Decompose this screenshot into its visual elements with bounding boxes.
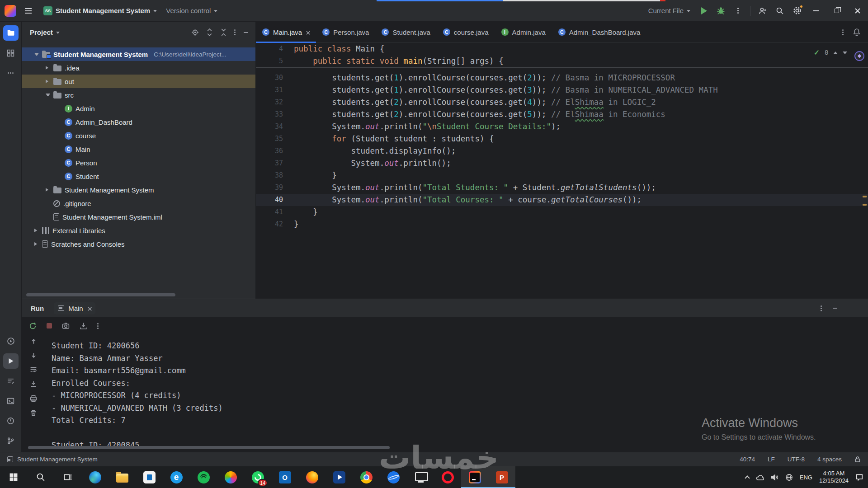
more-actions-button[interactable] <box>730 3 745 19</box>
close-icon[interactable] <box>306 31 309 34</box>
code-line-39[interactable]: 39 System.out.println("Total Students: "… <box>256 182 868 194</box>
project-widget[interactable]: SS Student Management System <box>39 4 161 18</box>
chevron-right-icon[interactable] <box>46 188 48 192</box>
more-tools-button[interactable] <box>3 65 19 80</box>
stop-icon[interactable] <box>47 323 52 328</box>
taskbar-internet-button[interactable] <box>380 466 407 488</box>
chevron-right-icon[interactable] <box>46 66 48 70</box>
tray-network-icon[interactable] <box>785 474 793 481</box>
tree-item-student-management-system[interactable]: Student Management SystemC:\Users\dell\I… <box>22 47 255 61</box>
editor-tab-admin-java[interactable]: IAdmin.java <box>495 22 552 42</box>
tree-item-admin[interactable]: IAdmin <box>22 102 255 115</box>
ai-assistant-icon[interactable] <box>854 51 864 61</box>
code-with-me-button[interactable] <box>755 3 770 19</box>
editor-tab-main-java[interactable]: CMain.java <box>256 22 316 42</box>
line-number[interactable]: 33 <box>256 108 294 121</box>
editor-tab-course-java[interactable]: Ccourse.java <box>437 22 495 42</box>
clear-all-icon[interactable] <box>30 409 37 417</box>
code-line-42[interactable]: 42} <box>256 218 868 230</box>
restore-button[interactable] <box>826 0 847 22</box>
tree-item-student[interactable]: CStudent <box>22 169 255 183</box>
project-horizontal-scrollbar[interactable] <box>26 293 175 296</box>
tray-clock[interactable]: 4:05 AM 12/15/2024 <box>819 470 849 484</box>
tree-item-src[interactable]: src <box>22 88 255 102</box>
taskbar-spotify-button[interactable] <box>190 466 217 488</box>
hide-run-panel-icon[interactable] <box>832 305 838 311</box>
status-bar-project[interactable]: Student Management System <box>7 456 98 463</box>
run-button[interactable] <box>696 3 711 19</box>
tree-item-person[interactable]: CPerson <box>22 156 255 169</box>
taskbar-search-button[interactable] <box>27 466 54 488</box>
task-view-button[interactable] <box>54 466 81 488</box>
indent-setting[interactable]: 4 spaces <box>817 456 842 463</box>
warning-stripe-mark[interactable] <box>863 204 867 206</box>
tree-item-gitignore[interactable]: .gitignore <box>22 197 255 210</box>
run-toolbar-more-icon[interactable] <box>97 325 99 327</box>
print-icon[interactable] <box>30 395 37 402</box>
code-line-40[interactable]: 40 System.out.println("Total Courses: " … <box>256 194 868 206</box>
import-icon[interactable] <box>80 322 87 330</box>
next-problem-button[interactable] <box>843 52 847 54</box>
code-line-37[interactable]: 37 System.out.println(); <box>256 157 868 169</box>
rerun-icon[interactable] <box>29 322 37 330</box>
search-everywhere-button[interactable] <box>772 3 788 19</box>
code-line-32[interactable]: 32 students.get(2).enrollCourse(courses.… <box>256 96 868 108</box>
line-number[interactable]: 32 <box>256 96 294 108</box>
taskbar-opera-button[interactable] <box>434 466 461 488</box>
taskbar-my-computer-button[interactable] <box>407 466 434 488</box>
services-tool-button[interactable] <box>3 333 19 349</box>
taskbar-explorer-button[interactable] <box>108 466 136 488</box>
line-number[interactable]: 37 <box>256 157 294 169</box>
scroll-to-end-icon[interactable] <box>30 380 37 388</box>
run-tool-button[interactable] <box>3 353 19 369</box>
console-output[interactable]: Student ID: 4200656Name: Basma Ammar Yas… <box>45 334 868 452</box>
minimize-button[interactable] <box>806 0 826 22</box>
code-line-5[interactable]: 5 public static void main(String[] args)… <box>256 55 868 67</box>
line-separator[interactable]: LF <box>768 456 775 463</box>
code-line-38[interactable]: 38 } <box>256 169 868 182</box>
collapse-all-icon[interactable] <box>220 28 227 36</box>
project-tool-button[interactable] <box>3 25 19 41</box>
run-tool-window-title[interactable]: Run <box>31 305 44 312</box>
taskbar-firefox-button[interactable] <box>298 466 326 488</box>
editor-tab-student-java[interactable]: CStudent.java <box>375 22 436 42</box>
tree-item-scratches-and-consoles[interactable]: Scratches and Consoles <box>22 237 255 251</box>
tree-item-student-management-system-iml[interactable]: Student Management System.iml <box>22 210 255 224</box>
code-line-36[interactable]: 36 student.displayInfo(); <box>256 145 868 157</box>
line-number[interactable]: 41 <box>256 206 294 218</box>
taskbar-edge-legacy-button[interactable]: e <box>163 466 190 488</box>
tree-item-idea[interactable]: .idea <box>22 61 255 75</box>
chevron-right-icon[interactable] <box>34 242 37 246</box>
lock-icon[interactable] <box>854 456 861 463</box>
console-horizontal-scrollbar[interactable] <box>28 446 390 449</box>
main-menu-button[interactable] <box>21 4 35 18</box>
line-number[interactable]: 5 <box>256 55 294 67</box>
tree-item-admin-dashboard[interactable]: CAdmin_DashBoard <box>22 115 255 129</box>
line-number[interactable]: 36 <box>256 145 294 157</box>
project-panel-title[interactable]: Project <box>30 28 53 36</box>
tray-cloud-icon[interactable] <box>756 474 764 481</box>
line-number[interactable]: 39 <box>256 182 294 194</box>
line-number[interactable]: 4 <box>256 43 294 55</box>
todo-tool-button[interactable] <box>3 373 19 389</box>
line-number[interactable]: 35 <box>256 133 294 145</box>
taskbar-intellij-button[interactable] <box>461 466 488 488</box>
file-encoding[interactable]: UTF-8 <box>788 456 805 463</box>
tree-item-student-management-system[interactable]: Student Management System <box>22 183 255 197</box>
run-tab-main[interactable]: Main <box>54 302 95 314</box>
tray-volume-icon[interactable] <box>771 474 778 481</box>
code-line-34[interactable]: 34 System.out.println("\nStudent Course … <box>256 121 868 133</box>
chevron-down-icon[interactable] <box>34 53 39 56</box>
start-button[interactable] <box>0 466 27 488</box>
problems-tool-button[interactable] <box>3 413 19 428</box>
tree-item-main[interactable]: CMain <box>22 142 255 156</box>
code-line-35[interactable]: 35 for (Student student : students) { <box>256 133 868 145</box>
line-number[interactable]: 34 <box>256 121 294 133</box>
taskbar-media-player-button[interactable] <box>326 466 353 488</box>
taskbar-edge-button[interactable] <box>81 466 108 488</box>
chevron-right-icon[interactable] <box>34 229 37 232</box>
taskbar-msn-button[interactable] <box>217 466 244 488</box>
structure-tool-button[interactable] <box>3 45 19 61</box>
settings-button[interactable] <box>789 3 805 19</box>
hide-panel-icon[interactable] <box>243 29 249 36</box>
